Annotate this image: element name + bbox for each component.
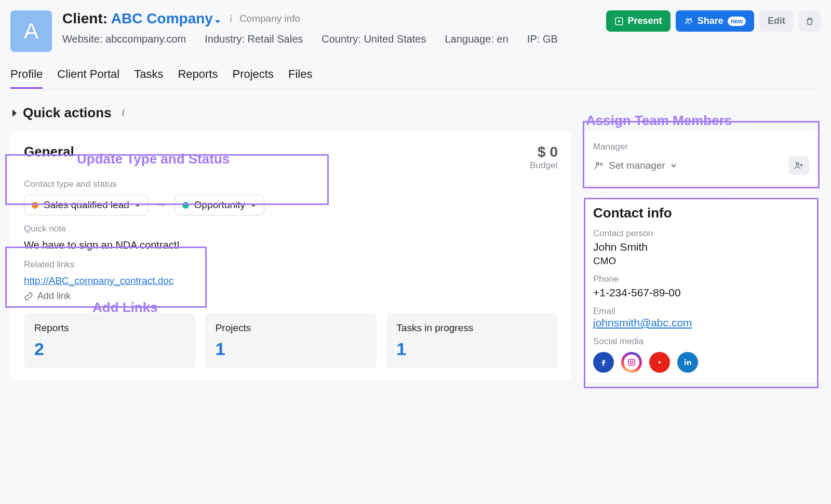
svg-rect-8 [685,361,686,365]
tab-profile[interactable]: Profile [10,67,43,89]
contact-person-name: John Smith [593,241,809,253]
email-value[interactable]: johnsmith@abc.com [593,317,692,329]
manager-card: Manager Set manager [582,131,821,185]
related-links-label: Related links [24,260,558,270]
tab-tasks[interactable]: Tasks [134,67,163,89]
linkedin-icon[interactable] [677,352,698,373]
tab-files[interactable]: Files [288,67,312,89]
svg-point-3 [596,162,599,165]
youtube-icon[interactable] [649,352,670,373]
present-button[interactable]: Present [606,10,671,32]
contact-person-role: CMO [593,255,809,267]
edit-button[interactable]: Edit [759,10,794,32]
email-label: Email [593,306,809,317]
social-label: Social media [593,336,809,347]
general-card: General $ 0 Budget Update Type and Statu… [10,131,571,381]
add-people-icon [794,160,804,171]
phone-label: Phone [593,274,809,284]
budget-label: Budget [530,160,558,171]
client-meta: Website: abccompany.com Industry: Retail… [62,33,596,45]
chevron-down-icon [250,202,257,208]
contact-type-dropdown[interactable]: Sales qualified lead [24,195,149,215]
new-badge: new [728,17,746,26]
chevron-down-icon [671,162,677,169]
svg-point-2 [690,18,691,20]
add-link-button[interactable]: Add link [24,291,558,302]
link-icon [24,292,33,301]
chevron-down-icon [215,20,220,23]
quick-note-value[interactable]: We have to sign an NDA contract! [24,239,558,251]
client-avatar: A [10,10,52,52]
contact-status-dropdown[interactable]: Opportunity [175,195,264,215]
contact-info-card: Contact info Contact person John Smith C… [582,195,821,383]
page-title: Client: ABC Company [62,10,220,27]
stat-projects[interactable]: Projects 1 [205,313,377,369]
tab-reports[interactable]: Reports [178,67,218,89]
svg-point-4 [796,162,799,165]
manager-label: Manager [593,142,809,152]
tab-projects[interactable]: Projects [233,67,274,89]
tab-client-portal[interactable]: Client Portal [57,67,119,89]
budget-value: $ 0 [530,144,558,160]
facebook-icon[interactable] [593,352,614,373]
contact-person-label: Contact person [593,228,809,239]
phone-value: +1-234-567-89-00 [593,287,809,299]
svg-point-1 [686,18,689,21]
share-button[interactable]: Share new [676,10,754,32]
stat-reports[interactable]: Reports 2 [24,313,196,369]
delete-button[interactable] [799,11,821,32]
contact-info-title: Contact info [593,205,809,221]
instagram-icon[interactable] [621,352,642,373]
svg-point-7 [633,360,634,361]
person-icon [593,160,604,171]
general-title: General [24,144,74,160]
contact-type-label: Contact type and status [24,179,558,189]
play-icon [614,17,624,26]
add-team-button[interactable] [788,156,809,175]
info-icon[interactable]: i [122,107,125,118]
arrow-right-icon: → [156,198,167,212]
chevron-down-icon [135,202,141,208]
tabs: Profile Client Portal Tasks Reports Proj… [10,67,821,89]
company-info-label: Company info [239,13,300,24]
trash-icon [805,16,814,26]
people-icon [684,17,693,26]
svg-point-9 [685,359,686,361]
stat-tasks[interactable]: Tasks in progress 1 [386,313,558,369]
client-name-dropdown[interactable]: ABC Company [111,10,220,26]
related-link[interactable]: http://ABC_company_contract.doc [24,275,173,286]
info-icon[interactable]: i [230,13,232,24]
chevron-right-icon [12,110,17,117]
svg-point-6 [630,361,633,363]
quick-actions-header[interactable]: Quick actions i [12,105,821,121]
status-dot-icon [32,202,38,209]
quick-note-label: Quick note [24,224,558,234]
status-dot-icon [182,202,189,209]
page-header: A Client: ABC Company i Company info Web… [10,10,821,52]
set-manager-dropdown[interactable]: Set manager [593,160,677,171]
